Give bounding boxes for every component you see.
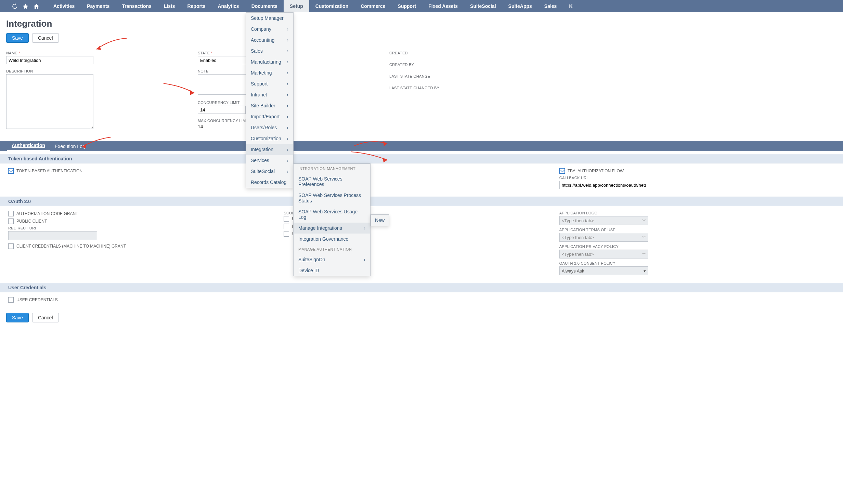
chevron-right-icon: › [364, 257, 365, 262]
concurrency-limit-input[interactable] [198, 106, 246, 114]
chevron-right-icon: › [287, 103, 288, 108]
submenu-item-suitesignon[interactable]: SuiteSignOn› [294, 254, 370, 265]
section-header-usercred: User Credentials [0, 283, 843, 292]
submenu-item-soap-web-services-preferences[interactable]: SOAP Web Services Preferences [294, 173, 370, 190]
submenu-item-manage-integrations[interactable]: Manage Integrations› [294, 223, 370, 234]
public-client-checkbox[interactable]: PUBLIC CLIENT [8, 218, 284, 224]
nav-item-k[interactable]: K [563, 0, 579, 12]
manage-integrations-new[interactable]: New [371, 214, 389, 226]
tba-checkbox[interactable]: TOKEN-BASED AUTHENTICATION [8, 168, 284, 174]
checkbox-icon [284, 224, 289, 229]
tab-execution-log[interactable]: Execution Log [50, 142, 90, 151]
chevron-right-icon: › [287, 147, 288, 152]
section-header-oauth: OAuth 2.0 [0, 197, 843, 206]
submenu-item-soap-web-services-usage-log[interactable]: SOAP Web Services Usage Log [294, 206, 370, 223]
nav-item-documents[interactable]: Documents [245, 0, 284, 12]
menu-item-services[interactable]: Services› [246, 155, 293, 166]
checkbox-icon [284, 231, 289, 237]
menu-item-records-catalog[interactable]: Records Catalog [246, 177, 293, 188]
description-textarea[interactable] [6, 74, 93, 129]
save-button-bottom[interactable]: Save [6, 313, 29, 322]
app-privacy-input[interactable]: <Type then tab>︾ [559, 250, 648, 258]
submenu-item-integration-governance[interactable]: Integration Governance [294, 234, 370, 244]
chevron-right-icon: › [287, 169, 288, 174]
nav-item-lists[interactable]: Lists [158, 0, 181, 12]
app-logo-label: APPLICATION LOGO [559, 211, 835, 215]
menu-item-marketing[interactable]: Marketing› [246, 67, 293, 78]
nav-item-suitesocial[interactable]: SuiteSocial [464, 0, 502, 12]
menu-item-sales[interactable]: Sales› [246, 45, 293, 56]
setup-menu: Setup ManagerCompany›Accounting›Sales›Ma… [246, 12, 294, 188]
nav-item-transactions[interactable]: Transactions [116, 0, 157, 12]
acg-checkbox[interactable]: AUTHORIZATION CODE GRANT [8, 211, 284, 216]
tab-authentication[interactable]: Authentication [7, 141, 50, 151]
menu-item-company[interactable]: Company› [246, 24, 293, 35]
menu-item-import-export[interactable]: Import/Export› [246, 111, 293, 122]
checkbox-icon [559, 168, 565, 174]
redirect-uri-label: REDIRECT URI [8, 226, 284, 230]
submenu-heading-integration: INTEGRATION MANAGEMENT [294, 164, 370, 173]
nav-item-payments[interactable]: Payments [81, 0, 116, 12]
laststate-label: LAST STATE CHANGE [389, 74, 827, 78]
menu-item-setup-manager[interactable]: Setup Manager [246, 13, 293, 24]
form-region: NAME * DESCRIPTION STATE * NOTE CONCURRE… [0, 51, 843, 135]
nav-item-fixed-assets[interactable]: Fixed Assets [422, 0, 464, 12]
chevron-right-icon: › [287, 114, 288, 119]
chevron-double-icon: ︾ [642, 235, 646, 240]
chevron-right-icon: › [287, 92, 288, 97]
nav-item-activities[interactable]: Activities [47, 0, 81, 12]
history-icon[interactable] [9, 0, 20, 12]
tba-authflow-checkbox[interactable]: TBA: AUTHORIZATION FLOW [559, 168, 835, 174]
checkbox-icon [8, 297, 14, 303]
user-credentials-checkbox[interactable]: USER CREDENTIALS [8, 297, 835, 303]
menu-item-accounting[interactable]: Accounting› [246, 35, 293, 45]
redirect-uri-input [8, 231, 97, 240]
nav-item-setup[interactable]: Setup [284, 0, 309, 12]
client-credentials-checkbox[interactable]: CLIENT CREDENTIALS (MACHINE TO MACHINE) … [8, 243, 284, 249]
chevron-down-icon: ▾ [644, 268, 646, 274]
menu-item-intranet[interactable]: Intranet› [246, 89, 293, 100]
section-header-tba: Token-based Authentication [0, 154, 843, 163]
home-icon[interactable] [31, 0, 42, 12]
nav-item-customization[interactable]: Customization [309, 0, 354, 12]
callback-url-label: CALLBACK URL [559, 176, 835, 180]
menu-item-support[interactable]: Support› [246, 78, 293, 89]
nav-item-analytics[interactable]: Analytics [211, 0, 245, 12]
save-button[interactable]: Save [6, 33, 29, 43]
menu-item-integration[interactable]: Integration› [246, 144, 293, 155]
submenu-heading-auth: MANAGE AUTHENTICATION [294, 244, 370, 254]
nav-item-sales[interactable]: Sales [538, 0, 563, 12]
app-logo-input[interactable]: <Type then tab>︾ [559, 216, 648, 225]
description-label: DESCRIPTION [6, 69, 187, 73]
submenu-item-soap-web-services-process-status[interactable]: SOAP Web Services Process Status [294, 190, 370, 206]
menu-item-site-builder[interactable]: Site Builder› [246, 100, 293, 111]
chevron-right-icon: › [287, 70, 288, 76]
consent-label: OAUTH 2.0 CONSENT POLICY [559, 261, 835, 265]
chevron-double-icon: ︾ [642, 218, 646, 223]
checkbox-icon [284, 216, 289, 222]
app-terms-input[interactable]: <Type then tab>︾ [559, 233, 648, 242]
star-icon[interactable] [20, 0, 31, 12]
app-terms-label: APPLICATION TERMS OF USE [559, 228, 835, 232]
nav-item-commerce[interactable]: Commerce [354, 0, 391, 12]
menu-item-customization[interactable]: Customization› [246, 133, 293, 144]
menu-item-suitesocial[interactable]: SuiteSocial› [246, 166, 293, 177]
chevron-double-icon: ︾ [642, 252, 646, 257]
chevron-right-icon: › [287, 59, 288, 65]
cancel-button-bottom[interactable]: Cancel [32, 313, 59, 322]
nav-item-support[interactable]: Support [392, 0, 423, 12]
laststateby-label: LAST STATE CHANGED BY [389, 86, 827, 90]
callback-url-input[interactable] [559, 181, 648, 189]
nav-item-suiteapps[interactable]: SuiteApps [502, 0, 538, 12]
menu-item-manufacturing[interactable]: Manufacturing› [246, 56, 293, 67]
menu-item-users-roles[interactable]: Users/Roles› [246, 122, 293, 133]
submenu-item-device-id[interactable]: Device ID [294, 265, 370, 276]
cancel-button[interactable]: Cancel [32, 33, 59, 43]
app-privacy-label: APPLICATION PRIVACY POLICY [559, 244, 835, 249]
name-input[interactable] [6, 56, 93, 64]
nav-item-reports[interactable]: Reports [181, 0, 211, 12]
chevron-right-icon: › [287, 136, 288, 141]
checkbox-icon [8, 168, 14, 174]
chevron-right-icon: › [287, 48, 288, 54]
consent-select[interactable]: Always Ask▾ [559, 266, 648, 275]
